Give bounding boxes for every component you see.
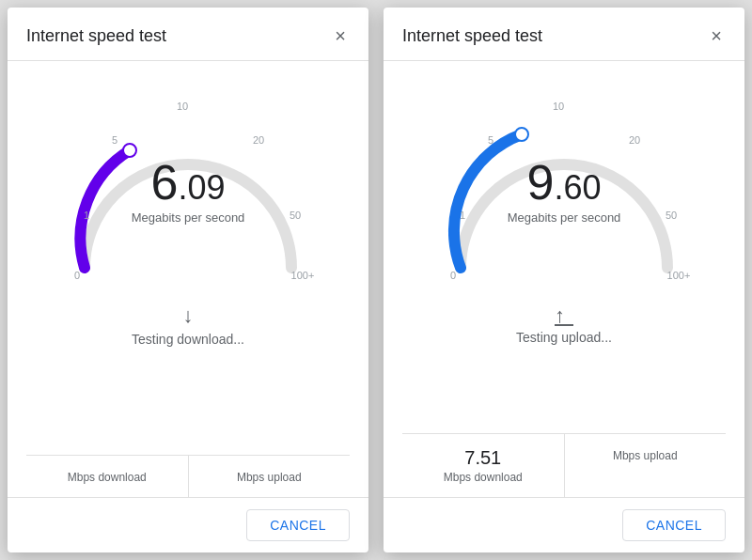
- dialog-title-1: Internet speed test: [26, 26, 166, 46]
- download-icon: ↓: [182, 303, 193, 328]
- stat-download-label-1: Mbps download: [34, 471, 180, 484]
- svg-text:50: 50: [666, 210, 677, 221]
- svg-text:1: 1: [84, 210, 89, 221]
- svg-text:0: 0: [74, 270, 80, 281]
- gauge-center-2: 9.60 Megabits per second: [508, 158, 621, 225]
- speed-value-2: 9.60: [508, 158, 621, 207]
- speed-test-dialog-2: Internet speed test × 0 1 5 10 20 50 100…: [384, 8, 744, 552]
- svg-text:5: 5: [112, 134, 118, 146]
- status-text-1: Testing download...: [132, 332, 244, 347]
- svg-text:100+: 100+: [667, 270, 691, 281]
- svg-point-8: [515, 128, 528, 141]
- test-status-2: ↑ Testing upload...: [516, 303, 612, 345]
- status-text-2: Testing upload...: [516, 330, 612, 345]
- dialog-body-1: 0 1 5 10 20 50 100+ 6.09 Megabits per se…: [8, 61, 368, 497]
- svg-text:10: 10: [177, 101, 188, 112]
- gauge-container-1: 0 1 5 10 20 50 100+ 6.09 Megabits per se…: [56, 80, 320, 296]
- dialog-footer-2: CANCEL: [384, 497, 744, 552]
- svg-text:5: 5: [488, 134, 494, 146]
- stats-row-2: 7.51 Mbps download Mbps upload: [402, 433, 726, 497]
- svg-text:20: 20: [253, 134, 264, 146]
- test-status-1: ↓ Testing download...: [132, 303, 244, 347]
- svg-text:100+: 100+: [291, 270, 315, 281]
- svg-point-0: [123, 144, 136, 157]
- speed-unit-2: Megabits per second: [508, 210, 621, 225]
- dialog-body-2: 0 1 5 10 20 50 100+ 9.60 Megabits per se…: [384, 61, 744, 497]
- stat-download-value-2: 7.51: [410, 447, 556, 469]
- speed-test-dialog-1: Internet speed test × 0 1 5 10 20 50 100…: [8, 8, 368, 552]
- svg-text:20: 20: [629, 134, 640, 146]
- dialog-header-2: Internet speed test ×: [384, 8, 744, 61]
- dialog-footer-1: CANCEL: [8, 497, 368, 552]
- stat-download-1: Mbps download: [26, 456, 189, 497]
- stat-upload-label-1: Mbps upload: [196, 471, 343, 484]
- gauge-container-2: 0 1 5 10 20 50 100+ 9.60 Megabits per se…: [432, 80, 696, 296]
- speed-value-1: 6.09: [132, 158, 245, 207]
- stat-download-2: 7.51 Mbps download: [402, 434, 565, 497]
- close-button-1[interactable]: ×: [331, 23, 350, 49]
- dialog-title-2: Internet speed test: [402, 26, 542, 46]
- dialog-header-1: Internet speed test ×: [8, 8, 368, 61]
- svg-text:1: 1: [460, 210, 465, 221]
- speed-unit-1: Megabits per second: [132, 210, 245, 225]
- gauge-center-1: 6.09 Megabits per second: [132, 158, 245, 225]
- cancel-button-2[interactable]: CANCEL: [622, 509, 726, 541]
- svg-text:10: 10: [553, 101, 564, 112]
- stat-upload-label-2: Mbps upload: [572, 449, 719, 462]
- svg-text:50: 50: [290, 210, 301, 221]
- close-button-2[interactable]: ×: [707, 23, 726, 49]
- upload-icon: ↑: [555, 303, 573, 326]
- stats-row-1: Mbps download Mbps upload: [26, 455, 350, 497]
- stat-upload-2: Mbps upload: [565, 434, 727, 497]
- stat-upload-1: Mbps upload: [189, 456, 351, 497]
- stat-download-label-2: Mbps download: [410, 471, 556, 484]
- cancel-button-1[interactable]: CANCEL: [246, 509, 350, 541]
- svg-text:0: 0: [450, 270, 456, 281]
